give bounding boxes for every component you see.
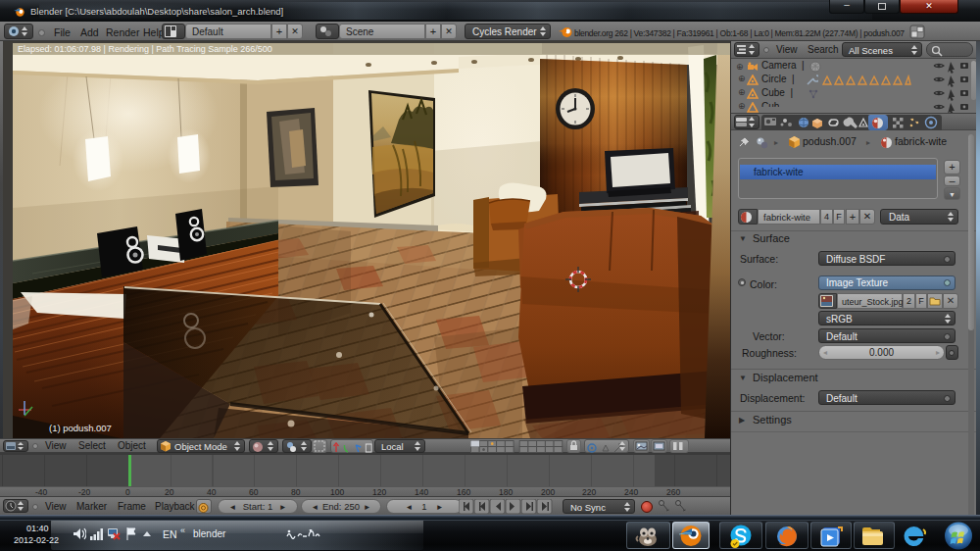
svg-text:Elapsed: 01:06:07.98 | Renderi: Elapsed: 01:06:07.98 | Rendering | Path … <box>18 44 272 54</box>
svg-text:(1) podush.007: (1) podush.007 <box>49 423 112 433</box>
